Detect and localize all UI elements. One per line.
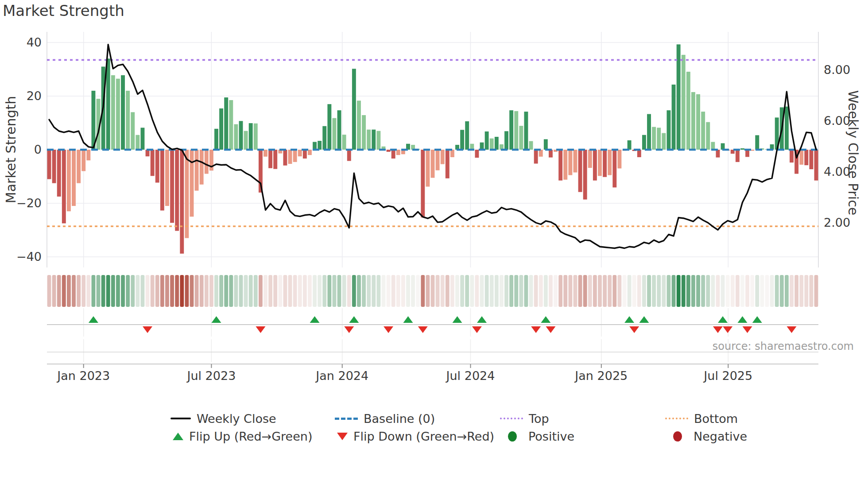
strength-bar (588, 150, 592, 168)
left-tick-label: −20 (16, 196, 42, 210)
heatmap-cell (421, 275, 425, 307)
strength-bar (293, 150, 297, 162)
heatmap-cell (372, 275, 376, 307)
strength-bar (558, 150, 562, 181)
heatmap-cell (195, 275, 199, 307)
legend-label: Positive (528, 430, 574, 443)
strength-bar (86, 150, 90, 160)
strength-bar (436, 150, 440, 170)
heatmap-cell (337, 275, 341, 307)
heatmap-cell (62, 275, 66, 307)
strength-bar (711, 142, 715, 150)
heatmap-cell (514, 275, 518, 307)
strength-bar (249, 123, 253, 150)
strength-bar (254, 124, 258, 150)
strength-bar (637, 150, 641, 157)
x-tick-labels: Jan 2023Jul 2023Jan 2024Jul 2024Jan 2025… (56, 364, 752, 383)
flip-up-icon (453, 316, 462, 323)
heatmap-cell (239, 275, 243, 307)
strength-bar (549, 150, 553, 158)
flip-down-icon (723, 326, 732, 333)
heatmap-cell (662, 275, 666, 307)
flip-up-icon (624, 316, 634, 323)
strength-bar (593, 150, 597, 181)
heatmap-cell (583, 275, 587, 307)
legend-circ-green-icon (508, 431, 517, 442)
strength-bar (534, 150, 538, 163)
heatmap-cell (696, 275, 700, 307)
heatmap-cell (229, 275, 233, 307)
heatmap-cell (637, 275, 641, 307)
heatmap-cell (86, 275, 90, 307)
heatmap-cell (283, 275, 287, 307)
heatmap-cell (775, 275, 779, 307)
strength-bar (151, 150, 155, 176)
heatmap-cell (657, 275, 661, 307)
heatmap-cell (568, 275, 572, 307)
heatmap-cell (500, 275, 504, 307)
heatmap-cell (362, 275, 366, 307)
strength-bar (612, 150, 616, 187)
heatmap-cell (509, 275, 513, 307)
legend-item-positive: Positive (502, 429, 574, 444)
flip-down-icon (143, 326, 152, 333)
heatmap-cell (288, 275, 292, 307)
heatmap-cell (460, 275, 464, 307)
strength-bar (126, 91, 130, 150)
heatmap-cell (106, 275, 110, 307)
strength-bar (598, 150, 602, 176)
strength-bar (677, 44, 681, 150)
heatmap-cell (426, 275, 430, 307)
strength-bar (121, 75, 125, 150)
heatmap-cell (799, 275, 803, 307)
strength-bar (485, 132, 489, 150)
legend-dot-orange-icon (665, 418, 688, 419)
heatmap-cell (200, 275, 204, 307)
heatmap-cell (598, 275, 602, 307)
strength-bar (446, 150, 450, 178)
heatmap-cell (539, 275, 543, 307)
heatmap-cell (92, 275, 96, 307)
strength-bar (539, 150, 543, 157)
strength-bar (391, 150, 395, 159)
strength-bar (264, 150, 267, 157)
heatmap-cell (180, 275, 184, 307)
heatmap-cell (77, 275, 81, 307)
strength-bar (790, 150, 794, 163)
heatmap-cell (406, 275, 410, 307)
strength-bar (342, 135, 346, 150)
strength-bar (57, 150, 61, 197)
heatmap-cell (47, 275, 51, 307)
strength-bar (652, 127, 656, 150)
heatmap-cell (731, 275, 735, 307)
flip-up-icon (639, 316, 649, 323)
strength-bar (140, 128, 144, 150)
heatmap-cell (357, 275, 361, 307)
strength-bar (524, 112, 528, 150)
heatmap-strip (47, 275, 818, 307)
strength-bar (357, 101, 361, 150)
strength-bar (672, 85, 676, 150)
heatmap-cell (578, 275, 582, 307)
heatmap-cell (642, 275, 646, 307)
flip-down-icon (713, 326, 723, 333)
strength-bar (475, 150, 479, 158)
heatmap-cell (333, 275, 337, 307)
flip-up-icon (718, 316, 728, 323)
strength-bar (111, 75, 115, 150)
heatmap-cell (264, 275, 267, 307)
strength-bar (563, 150, 567, 180)
heatmap-cell (485, 275, 489, 307)
flip-up-icon (752, 316, 762, 323)
legend-label: Flip Down (Green→Red) (353, 430, 494, 443)
strength-bar (809, 150, 813, 169)
heatmap-cell (455, 275, 459, 307)
heatmap-cell (706, 275, 710, 307)
heatmap-cell (209, 275, 213, 307)
strength-bar (736, 150, 740, 162)
strength-bar (509, 110, 513, 150)
flip-down-icon (531, 326, 541, 333)
heatmap-cell (711, 275, 715, 307)
heatmap-cell (376, 275, 380, 307)
heatmap-cell (72, 275, 76, 307)
